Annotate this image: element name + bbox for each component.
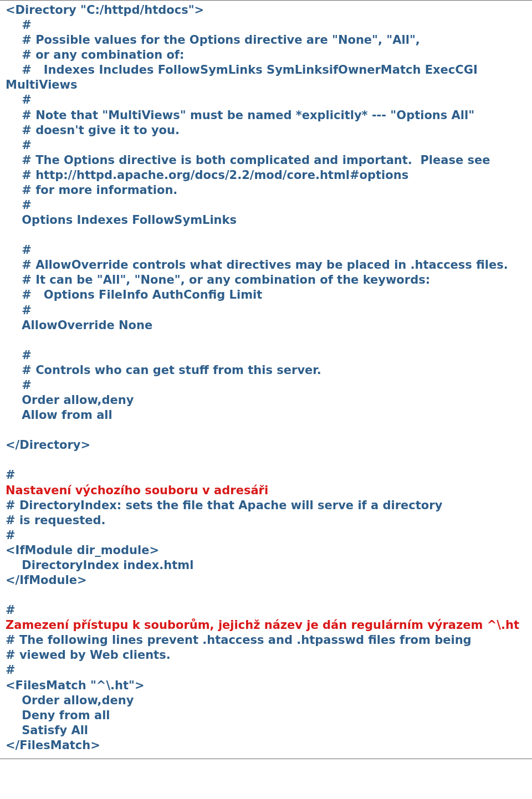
- code-line: AllowOverride None: [6, 319, 152, 332]
- code-line: #: [6, 18, 32, 32]
- code-line: # Possible values for the Options direct…: [6, 33, 420, 47]
- code-line: # Indexes Includes FollowSymLinks SymLin…: [6, 63, 482, 91]
- code-line: Options Indexes FollowSymLinks: [6, 213, 237, 227]
- code-line: #: [6, 304, 32, 317]
- code-line: # DirectoryIndex: sets the file that Apa…: [6, 499, 442, 512]
- code-line: Satisfy All: [6, 724, 88, 737]
- code-line: </FilesMatch>: [6, 739, 100, 752]
- code-line: #: [6, 663, 16, 677]
- code-line: # http://httpd.apache.org/docs/2.2/mod/c…: [6, 168, 408, 182]
- code-line: #: [6, 378, 32, 392]
- code-line: Order allow,deny: [6, 694, 134, 707]
- code-line: </IfModule>: [6, 573, 87, 587]
- code-line: <FilesMatch "^\.ht">: [6, 679, 145, 692]
- code-line: <IfModule dir_module>: [6, 544, 159, 557]
- code-line: #: [6, 139, 32, 152]
- code-line: Order allow,deny: [6, 393, 134, 407]
- code-line: #: [6, 529, 16, 542]
- code-line: # is requested.: [6, 514, 106, 527]
- code-line: #: [6, 468, 16, 482]
- code-line: # Options FileInfo AuthConfig Limit: [6, 288, 262, 301]
- code-line: Zamezení přístupu k souborům, jejichž ná…: [6, 618, 519, 632]
- code-line: # or any combination of:: [6, 48, 184, 62]
- code-line: #: [6, 603, 16, 617]
- code-line: </Directory>: [6, 438, 90, 452]
- code-line: # doesn't give it to you.: [6, 124, 180, 137]
- config-code-block: <Directory "C:/httpd/htdocs"> # # Possib…: [0, 0, 532, 759]
- config-text: <Directory "C:/httpd/htdocs"> # # Possib…: [6, 3, 526, 753]
- code-line: Nastavení výchozího souboru v adresáři: [6, 484, 268, 497]
- code-line: Deny from all: [6, 709, 110, 722]
- code-line: Allow from all: [6, 408, 112, 422]
- code-line: # for more information.: [6, 183, 177, 197]
- code-line: <Directory "C:/httpd/htdocs">: [6, 3, 204, 17]
- code-line: #: [6, 198, 32, 212]
- code-line: # Controls who can get stuff from this s…: [6, 363, 321, 377]
- code-line: #: [6, 93, 32, 106]
- code-line: #: [6, 243, 32, 257]
- code-line: # The Options directive is both complica…: [6, 153, 490, 167]
- code-line: #: [6, 349, 32, 362]
- code-line: # The following lines prevent .htaccess …: [6, 633, 472, 647]
- code-line: DirectoryIndex index.html: [6, 559, 193, 572]
- code-line: # viewed by Web clients.: [6, 648, 171, 662]
- code-line: # AllowOverride controls what directives…: [6, 258, 508, 272]
- code-line: # It can be "All", "None", or any combin…: [6, 273, 430, 286]
- code-line: # Note that "MultiViews" must be named *…: [6, 109, 474, 122]
